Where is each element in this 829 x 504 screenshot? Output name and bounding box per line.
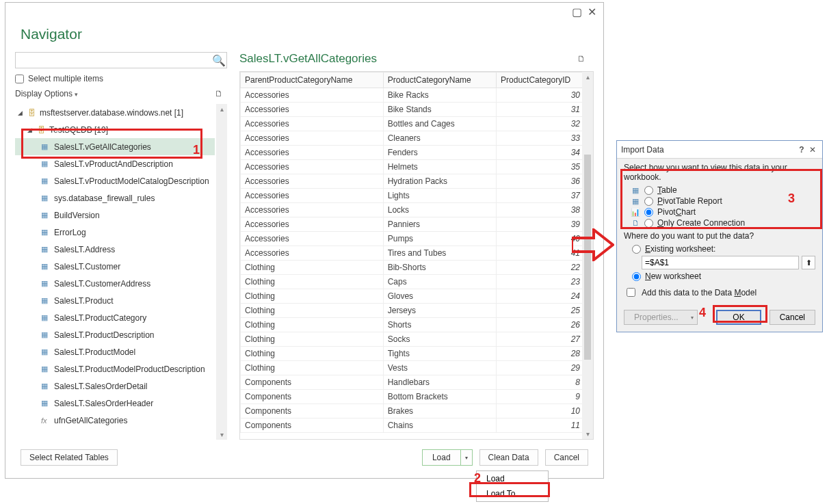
display-options-dropdown[interactable]: Display Options ▾ — [15, 89, 78, 98]
close-button[interactable]: ✕ — [584, 4, 599, 19]
table-row[interactable]: ClothingVests29 — [241, 361, 593, 375]
add-to-data-model-checkbox[interactable]: Add this data to the Data Model — [624, 282, 815, 303]
maximize-button[interactable]: ▢ — [569, 4, 584, 19]
tree-item[interactable]: ▦sys.database_firewall_rules — [15, 189, 215, 207]
tree-item[interactable]: ▦SalesLT.ProductModelProductDescription — [15, 360, 215, 377]
table-row[interactable]: AccessoriesPumps40 — [241, 232, 593, 246]
option-existing-worksheet[interactable]: Existing worksheet: — [624, 243, 815, 254]
select-multiple-checkbox[interactable]: Select multiple items — [15, 68, 227, 86]
tree-item[interactable]: ▦SalesLT.ProductDescription — [15, 326, 215, 343]
table-row[interactable]: ClothingTights28 — [241, 347, 593, 361]
scroll-down-icon[interactable]: ▾ — [220, 431, 224, 438]
scroll-up-icon[interactable]: ▴ — [220, 105, 224, 113]
table-row[interactable]: ClothingBib-Shorts22 — [241, 261, 593, 275]
view-icon: ▦ — [41, 142, 51, 151]
add-to-data-model-input[interactable] — [627, 288, 635, 297]
tree-database-node[interactable]: ◢ 🗄 TestSQLDB [19] — [15, 121, 215, 138]
select-related-tables-button[interactable]: Select Related Tables — [21, 449, 118, 466]
table-row[interactable]: ComponentsHandlebars8 — [241, 375, 593, 390]
column-header[interactable]: ParentProductCategoryName — [241, 72, 384, 88]
tree-item[interactable]: ▦SalesLT.vProductAndDescription — [15, 155, 215, 172]
table-row[interactable]: ComponentsBottom Brackets9 — [241, 390, 593, 404]
table-row[interactable]: AccessoriesLights37 — [241, 189, 593, 203]
table-row[interactable]: AccessoriesPanniers39 — [241, 217, 593, 232]
menu-item-load[interactable]: Load — [477, 471, 548, 486]
tree-item[interactable]: ▦SalesLT.SalesOrderDetail — [15, 377, 215, 395]
table-row[interactable]: ClothingSocks27 — [241, 332, 593, 347]
properties-dropdown-button[interactable]: ▾ — [688, 310, 698, 325]
tree-item-label: SalesLT.SalesOrderDetail — [54, 382, 148, 391]
search-box[interactable]: 🔍 — [15, 52, 227, 68]
tree-item[interactable]: ▦SalesLT.ProductCategory — [15, 309, 215, 326]
column-header[interactable]: ProductCategoryID — [497, 72, 593, 88]
radio-pivotchart[interactable] — [644, 208, 653, 217]
table-row[interactable]: AccessoriesTires and Tubes41 — [241, 246, 593, 261]
clean-data-button[interactable]: Clean Data — [479, 449, 538, 466]
radio-new-worksheet[interactable] — [632, 272, 641, 281]
scroll-down-icon[interactable]: ▾ — [586, 430, 590, 438]
help-button[interactable]: ? — [796, 142, 807, 157]
column-header[interactable]: ProductCategoryName — [383, 72, 496, 88]
option-pivottable-report[interactable]: ▦ PivotTable Report — [624, 196, 815, 207]
tree-item-label: SalesLT.Product — [54, 296, 114, 306]
search-icon[interactable]: 🔍 — [211, 54, 226, 67]
select-multiple-input[interactable] — [15, 75, 24, 83]
tree-item[interactable]: ▦SalesLT.vProductModelCatalogDescription — [15, 172, 215, 189]
table-row[interactable]: AccessoriesLocks38 — [241, 203, 593, 217]
preview-refresh-icon[interactable]: 🗋 — [577, 54, 590, 64]
table-row[interactable]: ComponentsBrakes10 — [241, 404, 593, 419]
menu-item-load-to[interactable]: Load To... — [477, 486, 548, 501]
range-picker-button[interactable]: ⬆ — [802, 256, 815, 269]
scroll-up-icon[interactable]: ▴ — [586, 73, 590, 81]
table-row[interactable]: AccessoriesBottles and Cages32 — [241, 117, 593, 131]
radio-only-connection[interactable] — [644, 219, 653, 228]
radio-existing-worksheet[interactable] — [632, 245, 641, 254]
tree-item[interactable]: ▦BuildVersion — [15, 207, 215, 224]
table-row[interactable]: AccessoriesBike Stands31 — [241, 103, 593, 117]
table-row[interactable]: ComponentsChains11 — [241, 419, 593, 433]
tree-server-label: msftestserver.database.windows.net [1] — [40, 108, 183, 118]
table-row[interactable]: ClothingCaps23 — [241, 275, 593, 289]
table-row[interactable]: ClothingShorts26 — [241, 318, 593, 332]
search-input[interactable] — [16, 55, 211, 65]
load-dropdown-button[interactable]: ▾ — [460, 449, 473, 466]
refresh-icon[interactable]: 🗋 — [215, 89, 227, 98]
tree-item[interactable]: ▦SalesLT.Customer — [15, 258, 215, 275]
cell: 31 — [497, 103, 593, 117]
collapse-icon: ◢ — [27, 127, 34, 133]
cell: Clothing — [241, 275, 384, 289]
load-button[interactable]: Load — [422, 449, 460, 466]
cancel-button[interactable]: Cancel — [545, 449, 588, 466]
tree-item[interactable]: ▦SalesLT.ProductModel — [15, 343, 215, 360]
existing-ref-input[interactable] — [642, 256, 799, 269]
close-button[interactable]: ✕ — [807, 142, 818, 157]
table-row[interactable]: ClothingGloves24 — [241, 289, 593, 304]
tree-item-vgetallcategories[interactable]: ▦ SalesLT.vGetAllCategories — [15, 138, 215, 155]
tree-item[interactable]: ▦ErrorLog — [15, 224, 215, 241]
option-new-worksheet[interactable]: New worksheet — [624, 271, 815, 282]
table-row[interactable]: AccessoriesFenders34 — [241, 146, 593, 160]
radio-pivottable-report[interactable] — [644, 197, 653, 206]
cell: Helmets — [383, 160, 496, 174]
tree-scrollbar[interactable]: ▴ ▾ — [216, 104, 227, 440]
cancel-button[interactable]: Cancel — [769, 310, 815, 325]
table-row[interactable]: AccessoriesHelmets35 — [241, 160, 593, 174]
table-row[interactable]: AccessoriesCleaners33 — [241, 131, 593, 146]
table-row[interactable]: AccessoriesBike Racks30 — [241, 88, 593, 103]
table-row[interactable]: ClothingJerseys25 — [241, 304, 593, 318]
tree-item[interactable]: ▦SalesLT.Product — [15, 292, 215, 309]
pivottable-icon: ▦ — [631, 197, 640, 206]
tree-item[interactable]: ▦SalesLT.CustomerAddress — [15, 275, 215, 292]
tree-item[interactable]: ▦SalesLT.Address — [15, 241, 215, 258]
tree-item[interactable]: fxufnGetAllCategories — [15, 412, 215, 429]
tree-server-node[interactable]: ◢ 🗄 msftestserver.database.windows.net [… — [15, 104, 215, 121]
option-only-connection[interactable]: 🗋 Only Create Connection — [624, 217, 815, 228]
radio-table[interactable] — [644, 186, 653, 195]
table-icon: ▦ — [41, 279, 51, 288]
option-pivotchart[interactable]: 📊 PivotChart — [624, 207, 815, 217]
option-pivotchart-label: PivotChart — [657, 207, 696, 217]
ok-button[interactable]: OK — [716, 310, 761, 325]
option-table[interactable]: ▦ TTableable — [624, 185, 815, 196]
tree-item[interactable]: ▦SalesLT.SalesOrderHeader — [15, 395, 215, 412]
table-row[interactable]: AccessoriesHydration Packs36 — [241, 174, 593, 189]
